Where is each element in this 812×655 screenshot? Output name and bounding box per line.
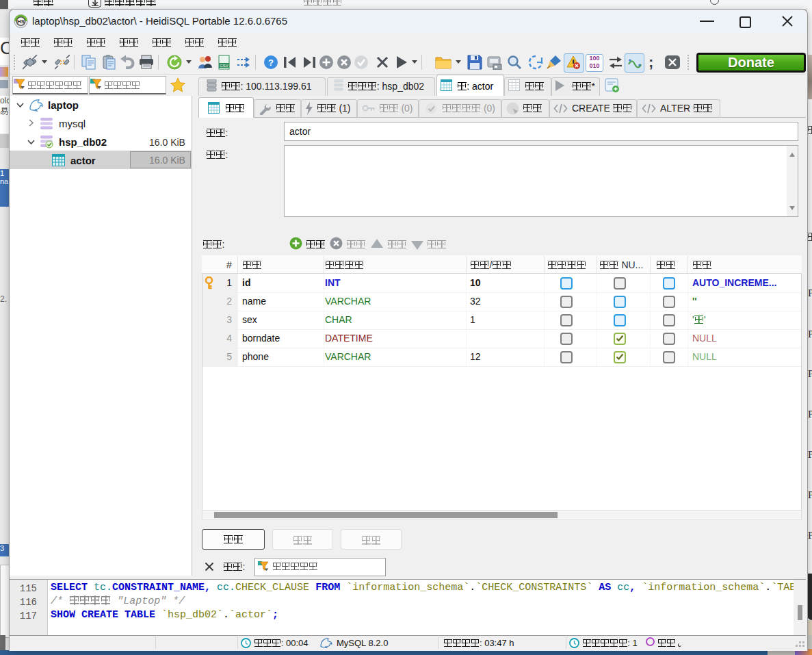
svg-text:?: ?	[268, 57, 274, 68]
svg-text:CSV: CSV	[220, 64, 228, 68]
svg-text:HS: HS	[17, 18, 24, 25]
